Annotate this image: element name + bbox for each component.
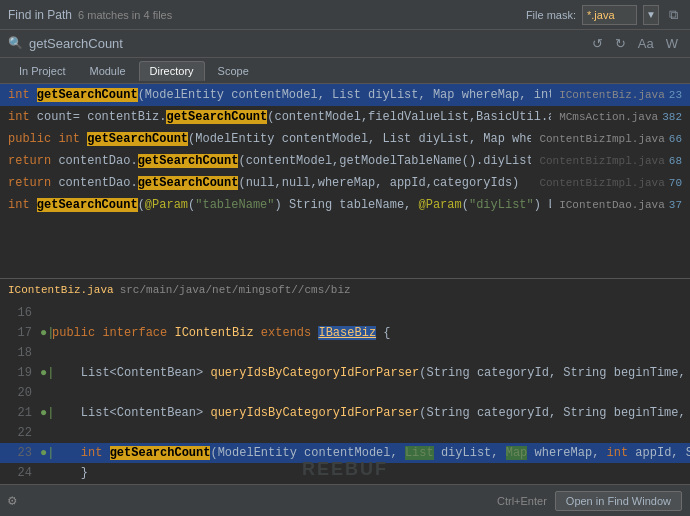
find-in-path-title: Find in Path [8,8,72,22]
table-row[interactable]: return contentDao.getSearchCount(content… [0,150,690,172]
kw-int: int [58,132,87,146]
kw-int: int [8,110,37,124]
line-gutter: ●| [40,326,52,340]
method-name2: queryIdsByCategoryIdForParser [210,406,419,420]
file-mask-label: File mask: [526,9,576,21]
shortcut-text: Ctrl+Enter [497,495,547,507]
bottom-right: Ctrl+Enter Open in Find Window [497,491,682,511]
result-filename: ContentBizImpl.java [539,133,664,145]
preview-filepath: src/main/java/net/mingsoft//cms/biz [120,284,351,296]
line-num: 24 [8,466,32,480]
highlight-match: getSearchCount [87,132,188,146]
line-content: List<ContentBean> queryIdsByCategoryIdFo… [52,406,690,420]
kw-return: return [8,176,58,190]
file-mask-dropdown[interactable]: ▼ [643,5,659,25]
file-mask-input[interactable] [582,5,637,25]
line-num: 23 [8,446,32,460]
result-code: int getSearchCount(ModelEntity contentMo… [8,88,551,102]
preview-area: IContentBiz.java src/main/java/net/mings… [0,279,690,484]
tab-module[interactable]: Module [78,61,136,81]
top-bar: Find in Path 6 matches in 4 files File m… [0,0,690,30]
tabs-bar: In Project Module Directory Scope [0,58,690,84]
line-num: 18 [8,346,32,360]
kw-int2: int [607,446,636,460]
filter-icon[interactable]: ⧉ [665,5,682,25]
tab-scope[interactable]: Scope [207,61,260,81]
app-container: Find in Path 6 matches in 4 files File m… [0,0,690,516]
preview-filename: IContentBiz.java [8,284,114,296]
result-line: 68 [669,155,682,167]
table-row[interactable]: int count= contentBiz.getSearchCount(con… [0,106,690,128]
kw-int: int [8,198,37,212]
result-code: int count= contentBiz.getSearchCount(con… [8,110,551,124]
preview-header: IContentBiz.java src/main/java/net/mings… [0,279,690,301]
code-line: 21 ●| List<ContentBean> queryIdsByCatego… [0,403,690,423]
result-code: int getSearchCount(@Param("tableName") S… [8,198,551,212]
search-bar: 🔍 getSearchCount ↺ ↻ Aa W [0,30,690,58]
highlight-match: getSearchCount [37,198,138,212]
code-line: 16 [0,303,690,323]
kw-int: int [81,446,110,460]
prev-result-icon[interactable]: ↺ [588,34,607,53]
table-row[interactable]: public int getSearchCount(ModelEntity co… [0,128,690,150]
line-gutter: ●| [40,446,52,460]
table-row[interactable]: int getSearchCount(ModelEntity contentMo… [0,84,690,106]
result-filename: ContentBizImpl.java [539,155,664,167]
result-suffix: (contentModel,fieldValueList,BasicUtil.a… [267,110,551,124]
results-area[interactable]: int getSearchCount(ModelEntity contentMo… [0,84,690,279]
code-line: 20 [0,383,690,403]
result-line: 66 [669,133,682,145]
whole-word-icon[interactable]: W [662,34,682,53]
result-line: 70 [669,177,682,189]
list-highlight: List [405,446,434,460]
line-num: 22 [8,426,32,440]
top-bar-right: File mask: ▼ ⧉ [526,5,682,25]
case-sensitive-icon[interactable]: Aa [634,34,658,53]
kw-class: IContentBiz [174,326,260,340]
result-suffix: (contentModel,getModelTableName().diyLis… [238,154,531,168]
result-line: 23 [669,89,682,101]
code-line: 17 ●| public interface IContentBiz exten… [0,323,690,343]
result-code: return contentDao.getSearchCount(null,nu… [8,176,531,190]
line-num: 17 [8,326,32,340]
kw-public: public [8,132,58,146]
result-filename: IContentBiz.java [559,89,665,101]
kw-return: return [8,154,58,168]
code-line: 24 } [0,463,690,483]
result-suffix: (null,null,whereMap, appId,categoryIds) [238,176,519,190]
map-highlight: Map [506,446,528,460]
highlight-match: getSearchCount [37,88,138,102]
kw-interface: interface [102,326,174,340]
result-suffix: (ModelEntity contentModel, List diyList,… [138,88,552,102]
highlight-match: getSearchCount [138,154,239,168]
tab-directory[interactable]: Directory [139,61,205,81]
line-content: int getSearchCount(ModelEntity contentMo… [52,446,690,460]
result-line: 382 [662,111,682,123]
bottom-left: ⚙ [8,492,16,509]
kw-int: int [8,88,37,102]
line-content: } [52,466,88,480]
highlight-match: getSearchCount [138,176,239,190]
code-line: 22 [0,423,690,443]
preview-code: 16 17 ●| public interface IContentBiz ex… [0,301,690,484]
table-row[interactable]: return contentDao.getSearchCount(null,nu… [0,172,690,194]
match-count: 6 matches in 4 files [78,9,172,21]
result-code: return contentDao.getSearchCount(content… [8,154,531,168]
next-result-icon[interactable]: ↻ [611,34,630,53]
search-query-text: getSearchCount [29,36,582,51]
table-row[interactable]: int getSearchCount(@Param("tableName") S… [0,194,690,216]
top-bar-left: Find in Path 6 matches in 4 files [8,8,526,22]
result-filename: IContentDao.java [559,199,665,211]
gear-icon[interactable]: ⚙ [8,492,16,509]
line-gutter: ●| [40,366,52,380]
kw-extends: extends [261,326,319,340]
tab-in-project[interactable]: In Project [8,61,76,81]
line-content: public interface IContentBiz extends IBa… [52,326,390,340]
highlight-match: getSearchCount [166,110,267,124]
kw-public: public [52,326,102,340]
code-line-highlighted: 23 ●| int getSearchCount(ModelEntity con… [0,443,690,463]
method-name: queryIdsByCategoryIdForParser [210,366,419,380]
open-find-window-button[interactable]: Open in Find Window [555,491,682,511]
line-content: List<ContentBean> queryIdsByCategoryIdFo… [52,366,690,380]
line-num: 19 [8,366,32,380]
